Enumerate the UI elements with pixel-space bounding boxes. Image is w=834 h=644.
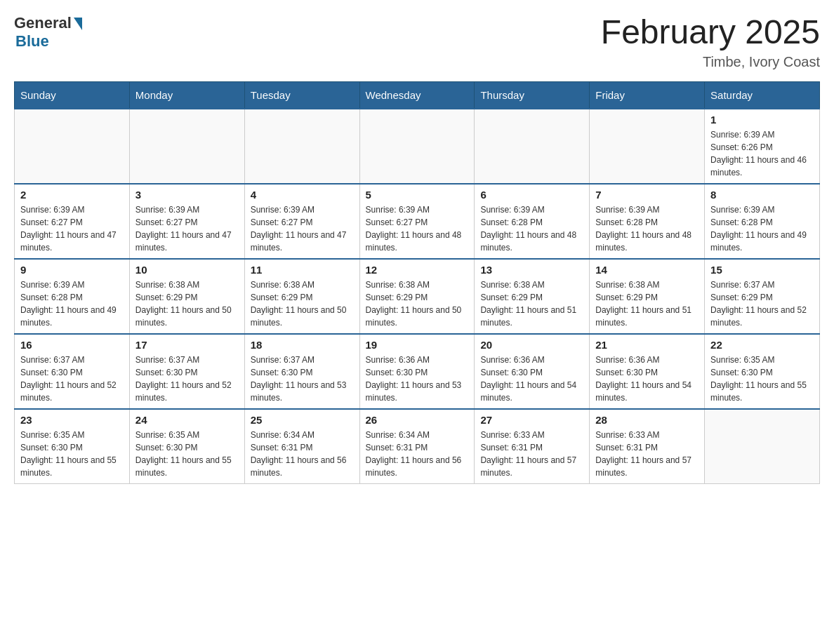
calendar-cell: 6Sunrise: 6:39 AM Sunset: 6:28 PM Daylig… [475,184,590,259]
calendar-cell: 28Sunrise: 6:33 AM Sunset: 6:31 PM Dayli… [590,409,705,484]
day-info: Sunrise: 6:35 AM Sunset: 6:30 PM Dayligh… [20,429,124,479]
week-row-5: 23Sunrise: 6:35 AM Sunset: 6:30 PM Dayli… [15,409,820,484]
day-number: 21 [595,339,699,351]
calendar-cell [475,109,590,184]
location-subtitle: Timbe, Ivory Coast [601,54,820,70]
page-header: General Blue February 2025 Timbe, Ivory … [14,14,820,70]
calendar-cell: 10Sunrise: 6:38 AM Sunset: 6:29 PM Dayli… [129,259,244,334]
calendar-cell: 19Sunrise: 6:36 AM Sunset: 6:30 PM Dayli… [359,334,475,409]
day-number: 25 [251,414,354,426]
day-info: Sunrise: 6:33 AM Sunset: 6:31 PM Dayligh… [480,429,583,479]
day-info: Sunrise: 6:36 AM Sunset: 6:30 PM Dayligh… [480,354,583,404]
calendar-cell: 15Sunrise: 6:37 AM Sunset: 6:29 PM Dayli… [705,259,820,334]
calendar-cell: 12Sunrise: 6:38 AM Sunset: 6:29 PM Dayli… [359,259,475,334]
column-header-wednesday: Wednesday [359,81,475,109]
logo-arrow-icon [74,18,82,30]
day-info: Sunrise: 6:39 AM Sunset: 6:27 PM Dayligh… [135,203,239,254]
column-header-friday: Friday [590,81,705,109]
day-number: 5 [366,189,469,201]
day-info: Sunrise: 6:39 AM Sunset: 6:27 PM Dayligh… [20,203,124,254]
calendar-cell: 9Sunrise: 6:39 AM Sunset: 6:28 PM Daylig… [15,259,130,334]
calendar-cell [705,409,820,484]
column-header-sunday: Sunday [15,81,130,109]
calendar-header-row: SundayMondayTuesdayWednesdayThursdayFrid… [15,81,820,109]
day-info: Sunrise: 6:34 AM Sunset: 6:31 PM Dayligh… [251,429,354,479]
calendar-cell: 25Sunrise: 6:34 AM Sunset: 6:31 PM Dayli… [244,409,359,484]
day-number: 3 [135,189,239,201]
calendar-cell: 2Sunrise: 6:39 AM Sunset: 6:27 PM Daylig… [15,184,130,259]
calendar-cell: 24Sunrise: 6:35 AM Sunset: 6:30 PM Dayli… [129,409,244,484]
day-number: 15 [710,264,814,276]
day-number: 10 [135,264,239,276]
calendar-cell: 27Sunrise: 6:33 AM Sunset: 6:31 PM Dayli… [475,409,590,484]
calendar-table: SundayMondayTuesdayWednesdayThursdayFrid… [14,81,820,484]
calendar-cell [590,109,705,184]
calendar-cell: 23Sunrise: 6:35 AM Sunset: 6:30 PM Dayli… [15,409,130,484]
calendar-cell: 8Sunrise: 6:39 AM Sunset: 6:28 PM Daylig… [705,184,820,259]
column-header-thursday: Thursday [475,81,590,109]
calendar-cell: 20Sunrise: 6:36 AM Sunset: 6:30 PM Dayli… [475,334,590,409]
day-info: Sunrise: 6:37 AM Sunset: 6:30 PM Dayligh… [251,354,354,404]
day-number: 16 [20,339,124,351]
day-info: Sunrise: 6:37 AM Sunset: 6:30 PM Dayligh… [20,354,124,404]
calendar-cell: 21Sunrise: 6:36 AM Sunset: 6:30 PM Dayli… [590,334,705,409]
day-info: Sunrise: 6:38 AM Sunset: 6:29 PM Dayligh… [251,279,354,329]
day-number: 28 [595,414,699,426]
day-info: Sunrise: 6:38 AM Sunset: 6:29 PM Dayligh… [366,279,469,329]
day-number: 24 [135,414,239,426]
calendar-cell: 22Sunrise: 6:35 AM Sunset: 6:30 PM Dayli… [705,334,820,409]
calendar-cell: 16Sunrise: 6:37 AM Sunset: 6:30 PM Dayli… [15,334,130,409]
calendar-cell: 13Sunrise: 6:38 AM Sunset: 6:29 PM Dayli… [475,259,590,334]
calendar-cell: 17Sunrise: 6:37 AM Sunset: 6:30 PM Dayli… [129,334,244,409]
day-number: 14 [595,264,699,276]
day-number: 2 [20,189,124,201]
calendar-cell: 1Sunrise: 6:39 AM Sunset: 6:26 PM Daylig… [705,109,820,184]
day-info: Sunrise: 6:37 AM Sunset: 6:30 PM Dayligh… [135,354,239,404]
day-info: Sunrise: 6:38 AM Sunset: 6:29 PM Dayligh… [480,279,583,329]
day-number: 13 [480,264,583,276]
logo: General Blue [14,14,82,51]
day-info: Sunrise: 6:39 AM Sunset: 6:28 PM Dayligh… [480,203,583,254]
logo-general-text: General [14,14,72,32]
day-number: 17 [135,339,239,351]
day-info: Sunrise: 6:35 AM Sunset: 6:30 PM Dayligh… [135,429,239,479]
day-info: Sunrise: 6:39 AM Sunset: 6:27 PM Dayligh… [366,203,469,254]
month-title: February 2025 [601,14,820,51]
calendar-cell: 26Sunrise: 6:34 AM Sunset: 6:31 PM Dayli… [359,409,475,484]
day-number: 6 [480,189,583,201]
week-row-1: 1Sunrise: 6:39 AM Sunset: 6:26 PM Daylig… [15,109,820,184]
day-number: 8 [710,189,814,201]
day-info: Sunrise: 6:35 AM Sunset: 6:30 PM Dayligh… [710,354,814,404]
day-info: Sunrise: 6:39 AM Sunset: 6:27 PM Dayligh… [251,203,354,254]
calendar-cell: 5Sunrise: 6:39 AM Sunset: 6:27 PM Daylig… [359,184,475,259]
column-header-monday: Monday [129,81,244,109]
logo-blue-text: Blue [15,32,49,51]
day-number: 11 [251,264,354,276]
calendar-cell [15,109,130,184]
calendar-cell [129,109,244,184]
calendar-cell: 3Sunrise: 6:39 AM Sunset: 6:27 PM Daylig… [129,184,244,259]
day-number: 1 [710,114,814,126]
calendar-cell [359,109,475,184]
day-number: 27 [480,414,583,426]
calendar-cell: 11Sunrise: 6:38 AM Sunset: 6:29 PM Dayli… [244,259,359,334]
day-info: Sunrise: 6:39 AM Sunset: 6:28 PM Dayligh… [595,203,699,254]
week-row-3: 9Sunrise: 6:39 AM Sunset: 6:28 PM Daylig… [15,259,820,334]
day-number: 12 [366,264,469,276]
day-info: Sunrise: 6:38 AM Sunset: 6:29 PM Dayligh… [135,279,239,329]
day-number: 26 [366,414,469,426]
calendar-cell: 4Sunrise: 6:39 AM Sunset: 6:27 PM Daylig… [244,184,359,259]
day-info: Sunrise: 6:37 AM Sunset: 6:29 PM Dayligh… [710,279,814,329]
day-info: Sunrise: 6:33 AM Sunset: 6:31 PM Dayligh… [595,429,699,479]
calendar-cell: 7Sunrise: 6:39 AM Sunset: 6:28 PM Daylig… [590,184,705,259]
day-number: 19 [366,339,469,351]
week-row-4: 16Sunrise: 6:37 AM Sunset: 6:30 PM Dayli… [15,334,820,409]
calendar-cell: 14Sunrise: 6:38 AM Sunset: 6:29 PM Dayli… [590,259,705,334]
title-area: February 2025 Timbe, Ivory Coast [601,14,820,70]
column-header-saturday: Saturday [705,81,820,109]
day-info: Sunrise: 6:39 AM Sunset: 6:28 PM Dayligh… [20,279,124,329]
day-number: 18 [251,339,354,351]
calendar-cell [244,109,359,184]
day-number: 22 [710,339,814,351]
calendar-cell: 18Sunrise: 6:37 AM Sunset: 6:30 PM Dayli… [244,334,359,409]
